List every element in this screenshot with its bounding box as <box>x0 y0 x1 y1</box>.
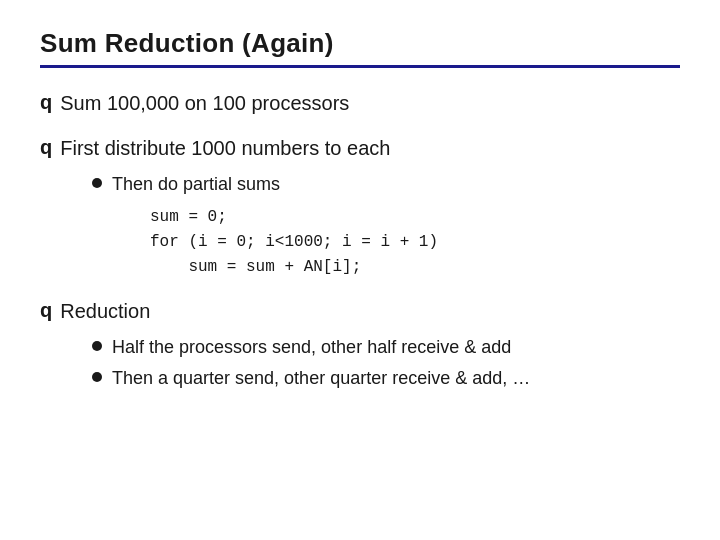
main-bullet-2: q First distribute 1000 numbers to each <box>40 135 680 162</box>
title-area: Sum Reduction (Again) <box>40 28 680 68</box>
bullet3-section: q Reduction Half the processors send, ot… <box>40 298 680 391</box>
dot-icon <box>92 178 102 188</box>
q-marker-1: q <box>40 91 52 114</box>
slide: Sum Reduction (Again) q Sum 100,000 on 1… <box>0 0 720 540</box>
reduction-sub-text-1: Half the processors send, other half rec… <box>112 335 511 360</box>
bullet1-text: Sum 100,000 on 100 processors <box>60 90 349 117</box>
reduction-sub-bullet-2: Then a quarter send, other quarter recei… <box>92 366 680 391</box>
reduction-sub-text-2: Then a quarter send, other quarter recei… <box>112 366 530 391</box>
code-block: sum = 0; for (i = 0; i<1000; i = i + 1) … <box>150 205 680 279</box>
code-line-3: sum = sum + AN[i]; <box>150 255 680 280</box>
sub-bullet-then-text: Then do partial sums <box>112 172 280 197</box>
sub-bullets-2: Then do partial sums sum = 0; for (i = 0… <box>92 172 680 280</box>
bullet3-text: Reduction <box>60 298 150 325</box>
sub-bullet-then: Then do partial sums <box>92 172 680 197</box>
reduction-sub-bullet-1: Half the processors send, other half rec… <box>92 335 680 360</box>
reduction-sub-bullets: Half the processors send, other half rec… <box>92 335 680 391</box>
dot-icon-r2 <box>92 372 102 382</box>
q-marker-3: q <box>40 299 52 322</box>
dot-icon-r1 <box>92 341 102 351</box>
bullet2-section: q First distribute 1000 numbers to each … <box>40 135 680 280</box>
main-bullet-3: q Reduction <box>40 298 680 325</box>
q-marker-2: q <box>40 136 52 159</box>
code-line-1: sum = 0; <box>150 205 680 230</box>
main-bullet-1: q Sum 100,000 on 100 processors <box>40 90 680 117</box>
code-line-2: for (i = 0; i<1000; i = i + 1) <box>150 230 680 255</box>
bullet2-text: First distribute 1000 numbers to each <box>60 135 390 162</box>
slide-title: Sum Reduction (Again) <box>40 28 334 58</box>
bullet1-section: q Sum 100,000 on 100 processors <box>40 90 680 117</box>
